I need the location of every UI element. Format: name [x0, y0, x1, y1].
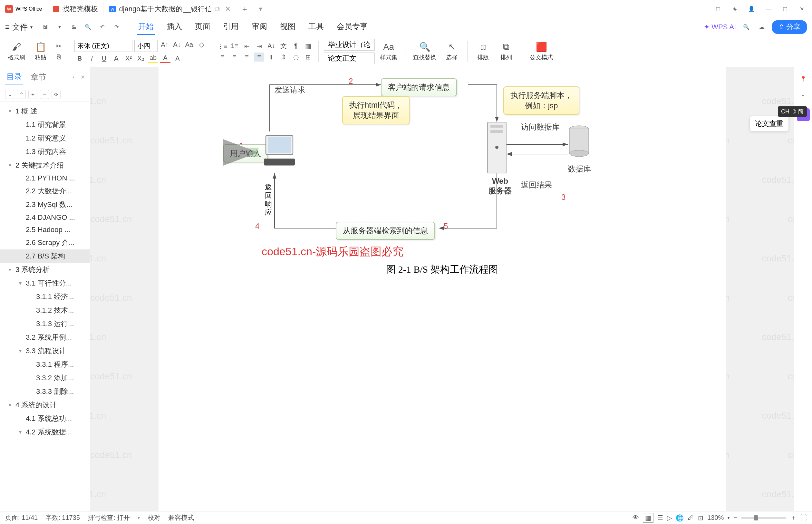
outline-item[interactable]: 1.2 研究意义: [0, 131, 90, 145]
decrease-font-icon[interactable]: A↓: [172, 40, 182, 49]
numbering-icon[interactable]: 1≡: [229, 42, 240, 51]
outline-item[interactable]: 2.6 Scrapy 介...: [0, 236, 90, 249]
fit-icon[interactable]: ⊡: [698, 514, 703, 522]
tab-reference[interactable]: 引用: [222, 19, 240, 35]
increase-font-icon[interactable]: A↑: [160, 40, 170, 49]
font-size-select[interactable]: 小四: [134, 40, 158, 52]
eye-icon[interactable]: 👁: [632, 514, 639, 521]
shading-icon[interactable]: ◌: [291, 52, 301, 62]
zoom-thumb[interactable]: [754, 515, 758, 521]
zoom-value[interactable]: 130%: [707, 514, 724, 521]
redo-icon[interactable]: ↷: [111, 22, 121, 32]
tab-outline[interactable]: 目录: [5, 70, 23, 84]
underline-icon[interactable]: U: [99, 54, 109, 63]
brush-icon[interactable]: 🖊: [687, 514, 694, 521]
outline-item[interactable]: 1.3 研究内容: [0, 145, 90, 159]
outline-item[interactable]: ▼3.3 流程设计: [0, 344, 90, 358]
close-icon[interactable]: ✕: [81, 74, 85, 80]
line-spacing-icon[interactable]: ⇕: [278, 52, 289, 62]
find-replace-group[interactable]: 🔍 查找替换: [411, 39, 439, 64]
tab-home[interactable]: 开始: [137, 19, 155, 35]
caret-icon[interactable]: ▼: [18, 429, 23, 435]
caret-icon[interactable]: ▼: [8, 267, 13, 272]
tab-document[interactable]: W django基于大数据的__银行信 ⧉ ✕: [103, 2, 236, 16]
outline-item[interactable]: ▼3.1 可行性分...: [0, 277, 90, 290]
document-area[interactable]: code51.cncode51.cncode51.cncode51.cncode…: [90, 67, 794, 511]
zoom-slider[interactable]: [741, 517, 786, 519]
zoom-in-icon[interactable]: ＋: [790, 513, 797, 522]
align-justify-icon[interactable]: ≡: [254, 52, 264, 62]
search-icon[interactable]: 🔍: [741, 22, 751, 32]
distribute-icon[interactable]: ⫿: [266, 52, 277, 62]
refresh-icon[interactable]: ⟳: [52, 90, 61, 99]
save-icon[interactable]: 🖫: [40, 22, 51, 32]
bookmark-icon[interactable]: 📍: [797, 72, 810, 85]
print-icon[interactable]: 🖶: [69, 22, 79, 32]
phonetic-icon[interactable]: A: [172, 54, 183, 63]
cloud-icon[interactable]: ☁: [757, 22, 767, 32]
superscript-icon[interactable]: X²: [123, 54, 134, 63]
outline-item[interactable]: 2.2 大数据介...: [0, 184, 90, 198]
collapse-up-icon[interactable]: ⌃: [17, 90, 26, 99]
globe-icon[interactable]: 🌐: [676, 514, 684, 522]
outline-item[interactable]: 3.3.2 添加...: [0, 371, 90, 385]
collapse-icon[interactable]: ⌃: [797, 90, 810, 103]
tab-vip[interactable]: 会员专享: [335, 19, 369, 35]
tab-view[interactable]: 视图: [279, 19, 297, 35]
outline-item[interactable]: ▼3 系统分析: [0, 263, 90, 277]
columns-icon[interactable]: ▥: [303, 42, 313, 51]
close-icon[interactable]: ✕: [797, 4, 807, 14]
layout-group[interactable]: ⎅ 排版: [473, 39, 493, 64]
maximize-icon[interactable]: ▢: [780, 4, 790, 14]
outline-item[interactable]: ▼1 概 述: [0, 104, 90, 118]
outline-item[interactable]: 3.2 系统用例...: [0, 331, 90, 344]
outline-item[interactable]: 3.3.1 程序...: [0, 358, 90, 371]
highlight-icon[interactable]: ab: [148, 54, 158, 63]
align-right-icon[interactable]: ≡: [242, 52, 252, 62]
outline-item[interactable]: ▼4.2 系统数据...: [0, 425, 90, 439]
select-group[interactable]: ↖ 选择: [442, 39, 462, 64]
clear-format-icon[interactable]: ◇: [196, 40, 206, 49]
font-name-select[interactable]: 宋体 (正文): [74, 40, 132, 52]
undo-icon[interactable]: ↶: [97, 22, 107, 32]
tab-dropdown[interactable]: ▾: [253, 2, 267, 16]
increase-indent-icon[interactable]: ⇥: [254, 42, 264, 51]
view-page-icon[interactable]: ▦: [643, 513, 653, 523]
preview-icon[interactable]: 🔍: [83, 22, 93, 32]
tab-tools[interactable]: 工具: [307, 19, 325, 35]
subscript-icon[interactable]: X₂: [136, 54, 146, 63]
cut-icon[interactable]: ✂: [53, 42, 64, 51]
add-icon[interactable]: ＋: [28, 90, 37, 99]
window-multi-icon[interactable]: ◫: [713, 4, 723, 14]
tab-template[interactable]: 找稻壳模板: [47, 2, 103, 16]
caret-icon[interactable]: ▼: [8, 403, 13, 408]
outline-item[interactable]: 2.5 Hadoop ...: [0, 224, 90, 236]
sort-icon[interactable]: A↓: [266, 42, 277, 51]
style-2[interactable]: 论文正文: [324, 52, 375, 64]
font-color-icon[interactable]: A: [160, 54, 170, 63]
chevron-right-icon[interactable]: ›: [72, 74, 74, 80]
outline-item[interactable]: ▼2 关键技术介绍: [0, 159, 90, 172]
caret-icon[interactable]: ▼: [18, 281, 23, 286]
avatar-icon[interactable]: 👤: [746, 4, 757, 14]
paste-group[interactable]: 📋 粘贴: [30, 39, 51, 64]
collapse-down-icon[interactable]: ⌄: [5, 90, 14, 99]
arrange-group[interactable]: ⧉ 排列: [496, 39, 516, 64]
decrease-indent-icon[interactable]: ⇤: [242, 42, 252, 51]
save-dropdown-icon[interactable]: ▾: [54, 22, 65, 32]
align-center-icon[interactable]: ≡: [229, 52, 240, 62]
outline-item[interactable]: 3.1.3 运行...: [0, 317, 90, 331]
outline-item[interactable]: 3.3.3 删除...: [0, 385, 90, 398]
tab-insert[interactable]: 插入: [165, 19, 183, 35]
outline-item[interactable]: 2.7 B/S 架构: [0, 249, 90, 263]
styles-group[interactable]: Aa 样式集: [377, 39, 400, 64]
new-tab-button[interactable]: ＋: [236, 2, 253, 16]
outline-item[interactable]: 2.1 PYTHON ...: [0, 172, 90, 184]
style-1[interactable]: 毕业设计（论: [324, 39, 375, 51]
file-menu[interactable]: ≡ 文件 ▾: [5, 22, 33, 32]
chevron-down-icon[interactable]: ▾: [137, 515, 140, 521]
wps-ai-button[interactable]: ✦ WPS AI: [704, 23, 736, 31]
proofread-button[interactable]: 校对: [148, 513, 161, 522]
text-direction-icon[interactable]: 文: [278, 42, 289, 51]
minimize-icon[interactable]: —: [763, 4, 773, 14]
